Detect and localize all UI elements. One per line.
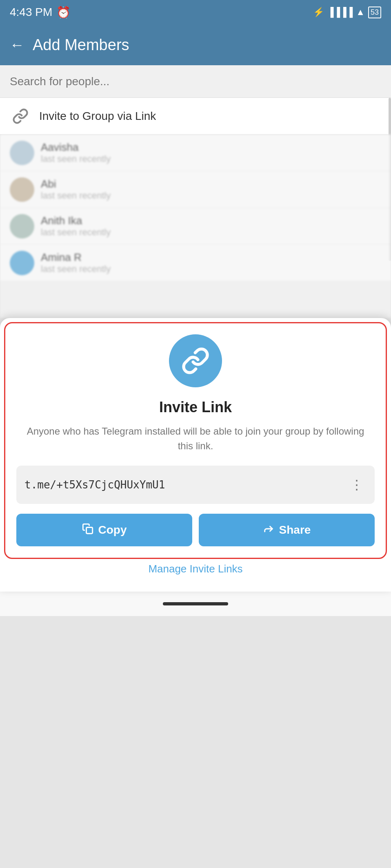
list-item: Aavisha last seen recently <box>0 135 391 171</box>
contact-sub: last seen recently <box>41 227 381 238</box>
invite-link-box: t.me/+t5Xs7CjcQHUxYmU1 ⋮ <box>16 466 375 504</box>
page-title: Add Members <box>33 36 129 54</box>
action-buttons: Copy Share <box>16 514 375 546</box>
time-display: 4:43 PM <box>10 6 52 19</box>
invite-to-group-row[interactable]: Invite to Group via Link <box>0 98 391 135</box>
contact-info: Aavisha last seen recently <box>41 141 381 164</box>
contact-name: Anith Ika <box>41 214 381 227</box>
copy-label: Copy <box>98 523 127 537</box>
invite-link-text: t.me/+t5Xs7CjcQHUxYmU1 <box>24 479 165 491</box>
svg-rect-0 <box>86 527 92 533</box>
contact-info: Amina R last seen recently <box>41 251 381 274</box>
avatar <box>10 214 34 239</box>
list-item: Amina R last seen recently <box>0 245 391 281</box>
contact-sub: last seen recently <box>41 190 381 201</box>
status-icons: ⚡ ▐▐▐▐ ▲ 53 <box>313 7 381 18</box>
invite-row-label: Invite to Group via Link <box>39 110 156 123</box>
modal-link-icon-circle <box>169 334 222 387</box>
copy-icon <box>82 523 93 537</box>
app-bar: ← Add Members <box>0 24 391 65</box>
search-input[interactable] <box>10 75 381 88</box>
share-icon <box>263 523 274 537</box>
link-icon <box>10 106 31 127</box>
copy-button[interactable]: Copy <box>16 514 192 546</box>
home-indicator <box>163 602 228 605</box>
avatar <box>10 141 34 165</box>
bottom-bar <box>0 592 391 616</box>
contact-name: Abi <box>41 178 381 190</box>
modal-description: Anyone who has Telegram installed will b… <box>16 424 375 453</box>
contact-name: Aavisha <box>41 141 381 154</box>
list-item: Anith Ika last seen recently <box>0 208 391 245</box>
contact-sub: last seen recently <box>41 154 381 164</box>
link-options-button[interactable]: ⋮ <box>347 475 367 494</box>
avatar <box>10 177 34 202</box>
avatar <box>10 251 34 275</box>
bluetooth-icon: ⚡ <box>313 7 324 18</box>
modal-title: Invite Link <box>16 399 375 416</box>
contact-sub: last seen recently <box>41 264 381 274</box>
back-button[interactable]: ← <box>10 36 24 53</box>
share-label: Share <box>279 523 311 537</box>
invite-link-modal: Invite Link Anyone who has Telegram inst… <box>0 318 391 592</box>
alarm-icon: ⏰ <box>56 6 71 19</box>
signal-icon: ▐▐▐▐ <box>327 7 353 18</box>
contact-info: Anith Ika last seen recently <box>41 214 381 238</box>
search-bar <box>0 65 391 98</box>
contact-info: Abi last seen recently <box>41 178 381 201</box>
manage-invite-links-button[interactable]: Manage Invite Links <box>16 559 375 579</box>
wifi-icon: ▲ <box>356 7 365 18</box>
contact-list: Aavisha last seen recently Abi last seen… <box>0 135 391 318</box>
battery-level: 53 <box>371 8 379 16</box>
share-button[interactable]: Share <box>199 514 375 546</box>
status-bar: 4:43 PM ⏰ ⚡ ▐▐▐▐ ▲ 53 <box>0 0 391 24</box>
list-item: Abi last seen recently <box>0 171 391 208</box>
status-time: 4:43 PM ⏰ <box>10 6 71 19</box>
contact-name: Amina R <box>41 251 381 264</box>
battery-indicator: 53 <box>368 7 381 18</box>
